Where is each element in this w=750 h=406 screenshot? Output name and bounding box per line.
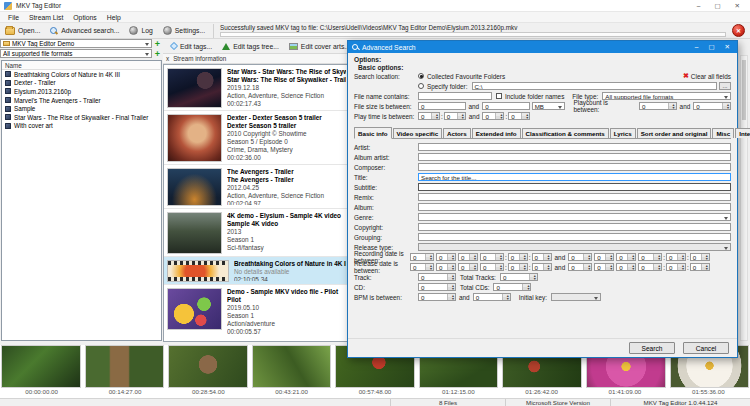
remix-input[interactable] [418, 193, 731, 201]
file-list-item[interactable]: Dexter - Trailer [2, 79, 161, 88]
tab-extended-info[interactable]: Extended info [472, 128, 521, 138]
recording-date-stepper[interactable]: 0 [508, 253, 528, 261]
tab-video-specific[interactable]: Video specific [393, 128, 443, 138]
clear-all-fields-button[interactable]: ✖ Clear all fields [683, 72, 731, 80]
stream-close-button[interactable]: x [166, 55, 169, 62]
release-type-select[interactable] [418, 243, 731, 251]
include-folder-names-label[interactable]: Include folder names [505, 93, 564, 100]
specify-folder-input[interactable]: C:\ [472, 82, 718, 90]
recording-date-stepper[interactable]: 0 [410, 253, 434, 261]
album-input[interactable] [418, 203, 731, 211]
advanced-search-button[interactable]: Advanced search... [45, 24, 124, 38]
tab-misc[interactable]: Misc [712, 128, 734, 138]
initial-key-select[interactable] [551, 293, 601, 301]
grouping-input[interactable] [418, 233, 731, 241]
radio-specify-folder[interactable] [418, 83, 424, 89]
total-tracks-stepper[interactable]: 0 [500, 273, 538, 281]
recording-date-stepper[interactable]: 0 [690, 253, 710, 261]
file-list-item[interactable]: Star Wars - The Rise of Skywalker - Fina… [2, 113, 161, 122]
menu-file[interactable]: File [3, 14, 24, 21]
timeline-thumbnail[interactable] [1, 345, 81, 388]
genre-select[interactable] [418, 213, 731, 221]
open-button[interactable]: Open... [0, 24, 45, 38]
release-date-stepper[interactable]: 0 [690, 263, 710, 271]
playtime-min-m-stepper[interactable]: 0 [444, 112, 466, 120]
file-type-select[interactable]: All supported file formats [602, 92, 731, 100]
copyright-input[interactable] [418, 223, 731, 231]
dialog-close-button[interactable]: ✕ [725, 43, 730, 51]
recording-date-stepper[interactable]: 0 [568, 253, 592, 261]
file-list-item[interactable]: With cover art [2, 122, 161, 131]
file-size-min-input[interactable]: 0 [418, 102, 466, 110]
menu-stream-list[interactable]: Stream List [24, 14, 68, 21]
cancel-button[interactable]: Cancel [683, 342, 729, 354]
recording-date-stepper[interactable]: 0 [594, 253, 614, 261]
playtime-min-h-stepper[interactable]: 0 [418, 112, 440, 120]
release-date-stepper[interactable]: 0 [480, 263, 504, 271]
bpm-min-stepper[interactable]: 0 [418, 293, 456, 301]
file-size-max-input[interactable]: 0 [482, 102, 530, 110]
timeline-thumbnail[interactable] [252, 345, 332, 388]
folder-select[interactable]: MKV Tag Editor Demo [0, 39, 152, 48]
recording-date-stepper[interactable]: 0 [638, 253, 662, 261]
menu-help[interactable]: Help [102, 14, 126, 21]
cd-stepper[interactable]: 0 [418, 283, 456, 291]
add-folder-button[interactable]: + [152, 39, 163, 48]
artist-input[interactable] [418, 143, 731, 151]
release-date-stepper[interactable]: 0 [532, 263, 552, 271]
close-button[interactable]: ✕ [735, 2, 740, 10]
tab-basic-info[interactable]: Basic info [354, 127, 392, 139]
size-unit-select[interactable]: MB [532, 102, 566, 110]
recording-date-stepper[interactable]: 0 [666, 253, 686, 261]
file-list-item[interactable]: Breathtaking Colors of Nature in 4K III [2, 70, 161, 79]
release-date-stepper[interactable]: 0 [568, 263, 592, 271]
dialog-minimize-button[interactable]: – [695, 43, 699, 51]
file-list-item[interactable]: Elysium.2013.2160p [2, 87, 161, 96]
bpm-max-stepper[interactable]: 0 [473, 293, 511, 301]
settings-button[interactable]: Settings... [158, 24, 210, 38]
browse-button[interactable]: ... [719, 82, 731, 90]
recording-date-stepper[interactable]: 0 [616, 253, 636, 261]
timeline-thumbnail[interactable] [168, 345, 248, 388]
stream-item-selected[interactable]: Breathtaking Colors of Nature in 4K III … [164, 257, 349, 285]
tab-sort-order[interactable]: Sort order and original [637, 128, 712, 138]
menu-options[interactable]: Options [68, 14, 101, 21]
file-name-input[interactable] [418, 92, 492, 100]
tab-actors[interactable]: Actors [443, 128, 471, 138]
include-folder-names-checkbox[interactable] [496, 93, 502, 99]
recording-date-stepper[interactable]: 0 [480, 253, 504, 261]
radio-collected-folders[interactable] [418, 73, 424, 79]
total-cds-stepper[interactable]: 0 [493, 283, 531, 291]
stream-item[interactable]: 4K demo - Elysium - Sample 4K video Samp… [164, 209, 349, 257]
release-date-stepper[interactable]: 0 [594, 263, 614, 271]
tab-classification[interactable]: Classification & comments [522, 128, 609, 138]
scrollbar-thumb[interactable] [742, 60, 746, 120]
log-button[interactable]: Log [124, 24, 157, 38]
release-date-stepper[interactable]: 0 [616, 263, 636, 271]
album-artist-input[interactable] [418, 153, 731, 161]
format-select[interactable]: All supported file formats [0, 49, 152, 58]
file-list-item[interactable]: Sample [2, 104, 161, 113]
add-format-button[interactable]: + [152, 49, 163, 58]
recording-date-stepper[interactable]: 0 [458, 253, 478, 261]
stream-item[interactable]: Star Wars - Star Wars: The Rise of Skywa… [164, 65, 349, 111]
maximize-button[interactable]: ▢ [714, 2, 720, 10]
edit-tags-button[interactable]: Edit tags... [167, 40, 216, 53]
release-date-stepper[interactable]: 0 [638, 263, 662, 271]
search-button[interactable]: Search [629, 342, 675, 354]
stream-item[interactable]: The Avengers - Trailer The Avengers - Tr… [164, 165, 349, 209]
minimize-button[interactable]: – [697, 2, 701, 10]
edit-tags-tree-button[interactable]: Edit tags tree... [218, 40, 283, 53]
stream-item[interactable]: Demo - Sample MKV video file - Pilot Pil… [164, 285, 349, 339]
recording-date-stepper[interactable]: 0 [532, 253, 552, 261]
scrollbar[interactable] [740, 55, 748, 341]
subtitle-input[interactable] [418, 183, 731, 191]
playcount-min-stepper[interactable]: 0 [639, 102, 677, 110]
composer-input[interactable] [418, 163, 731, 171]
clear-status-button[interactable]: ✕ [732, 24, 745, 37]
release-date-stepper[interactable]: 0 [458, 263, 478, 271]
tab-internet-links[interactable]: Internet links and radio [735, 128, 750, 138]
dialog-maximize-button[interactable]: ▢ [708, 43, 714, 51]
tab-lyrics[interactable]: Lyrics [610, 128, 636, 138]
track-stepper[interactable]: 0 [418, 273, 456, 281]
